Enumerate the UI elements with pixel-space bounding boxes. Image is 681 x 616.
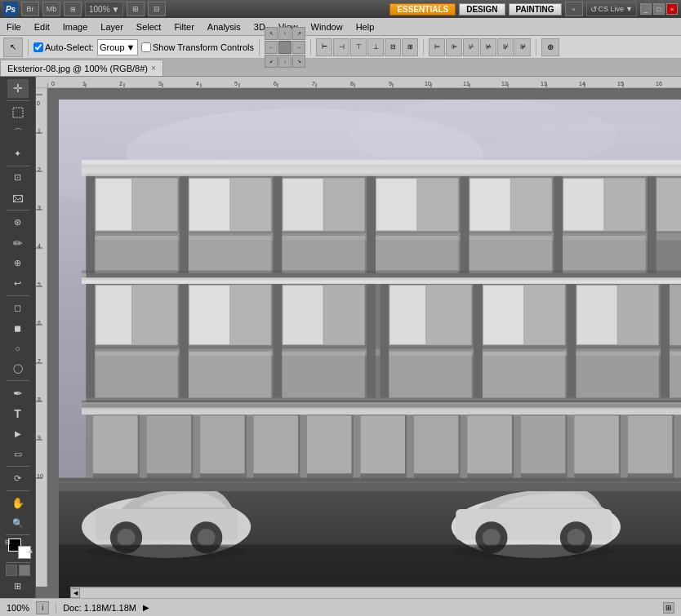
lasso-tool[interactable]: ⌒ [7, 124, 29, 143]
menu-analysis[interactable]: Analysis [201, 18, 247, 35]
clone-stamp-tool[interactable]: ⊕ [7, 254, 29, 273]
spot-heal-tool[interactable]: ⊛ [7, 213, 29, 232]
screen-mode-btn[interactable]: ⊞ [7, 577, 29, 596]
align-vcenter-btn[interactable]: ⊟ [385, 38, 401, 56]
dist-right-btn[interactable]: ⊬ [463, 38, 479, 56]
canvas-content[interactable]: ▲ ▼ ◀ ▶ [59, 100, 681, 598]
more-workspaces-button[interactable]: » [565, 2, 583, 16]
status-info-button[interactable]: i [36, 601, 49, 614]
ref-tl[interactable]: ↖ [265, 27, 278, 40]
minimize-button[interactable]: _ [640, 3, 652, 15]
dist-top-btn[interactable]: ⊭ [480, 38, 496, 56]
svg-rect-137 [367, 175, 376, 273]
bridge-button[interactable]: Br [21, 2, 39, 16]
svg-rect-96 [367, 282, 376, 398]
ref-ml[interactable]: ← [265, 41, 278, 54]
svg-rect-87 [628, 415, 673, 473]
view-options-button[interactable]: ⊞ [127, 2, 145, 16]
dist-bottom-btn[interactable]: ⊯ [514, 38, 531, 56]
3d-tool[interactable]: ⟳ [7, 469, 29, 488]
menu-window[interactable]: Window [305, 18, 349, 35]
gradient-tool[interactable]: ◼ [7, 319, 29, 338]
menu-help[interactable]: Help [349, 18, 381, 35]
align-right-btn[interactable]: ⊤ [350, 38, 367, 56]
ref-bc[interactable]: ↓ [278, 55, 292, 68]
maximize-button[interactable]: □ [653, 3, 665, 15]
crop-tool[interactable]: ⊡ [7, 168, 29, 187]
svg-rect-111 [380, 282, 389, 398]
autoselect-dropdown[interactable]: Group ▼ [97, 39, 138, 55]
doc-tab-close-button[interactable]: × [151, 64, 156, 73]
ref-tr[interactable]: ↗ [292, 27, 305, 40]
default-colors-icon[interactable]: ⊟ [5, 538, 11, 546]
svg-rect-69 [354, 411, 361, 482]
dist-hcenter-btn[interactable]: ⊫ [446, 38, 462, 56]
menu-image[interactable]: Image [56, 18, 95, 35]
ref-bl[interactable]: ↙ [265, 55, 278, 68]
status-resize-handle[interactable]: ⊞ [663, 602, 674, 614]
scroll-track-h[interactable] [80, 588, 681, 598]
brush-tool[interactable]: ✏ [7, 233, 29, 252]
show-transform-checkbox[interactable] [141, 42, 151, 52]
toolbar-sep-5 [6, 380, 30, 381]
ruler-top-content: 0 1 2 3 4 5 6 7 [47, 77, 670, 88]
move-tool[interactable]: ✛ [7, 79, 29, 98]
marquee-tool[interactable] [7, 104, 29, 122]
close-button[interactable]: × [666, 3, 678, 15]
menu-edit[interactable]: Edit [28, 18, 56, 35]
zoom-dropdown[interactable]: 100% ▼ [85, 2, 123, 16]
quick-mask-btn[interactable] [19, 565, 30, 576]
svg-rect-108 [282, 352, 364, 398]
history-brush-tool[interactable]: ↩ [7, 274, 29, 293]
menu-filter[interactable]: Filter [167, 18, 200, 35]
align-hcenter-btn[interactable]: ⊣ [333, 38, 349, 56]
align-bottom-btn[interactable]: ⊞ [402, 38, 418, 56]
horizontal-scrollbar[interactable]: ◀ ▶ [70, 587, 681, 598]
auto-align-btn[interactable]: ⊕ [541, 38, 559, 56]
text-tool[interactable]: T [7, 404, 29, 423]
blur-tool[interactable]: ○ [7, 339, 29, 358]
document-size: Doc: 1.18M/1.18M [63, 603, 136, 613]
design-button[interactable]: DESIGN [459, 3, 505, 16]
menu-layer[interactable]: Layer [94, 18, 130, 35]
hand-tool[interactable]: ✋ [7, 494, 29, 512]
ref-mr[interactable]: → [292, 41, 305, 54]
cslive-button[interactable]: ↺ CS Live ▼ [586, 2, 637, 16]
dodge-tool[interactable]: ◯ [7, 359, 29, 378]
svg-rect-104 [283, 286, 323, 344]
essentials-button[interactable]: ESSENTIALS [389, 3, 456, 16]
svg-rect-113 [568, 282, 576, 398]
dist-left-btn[interactable]: ⊨ [429, 38, 445, 56]
eyedropper-tool[interactable]: 🖂 [7, 188, 29, 207]
minibrowser-button[interactable]: Mb [42, 2, 60, 16]
workspace-icon-button[interactable]: ⊞ [64, 2, 82, 16]
svg-rect-86 [574, 415, 619, 473]
align-left-btn[interactable]: ⊢ [316, 38, 332, 56]
swap-colors-icon[interactable]: ⇄ [28, 549, 33, 556]
magic-wand-tool[interactable]: ✦ [7, 144, 29, 163]
shape-tool[interactable]: ▭ [7, 445, 29, 463]
document-tab[interactable]: Eksterior-08.jpg @ 100% (RGB/8#) × [0, 60, 163, 76]
status-arrow-button[interactable]: ▶ [143, 603, 149, 612]
menu-select[interactable]: Select [130, 18, 168, 35]
eraser-tool[interactable]: ◻ [7, 299, 29, 317]
align-buttons: ⊢ ⊣ ⊤ ⊥ ⊟ ⊞ [316, 38, 418, 56]
scroll-left-button[interactable]: ◀ [70, 588, 80, 598]
ref-mc[interactable]: · [278, 41, 292, 54]
arrange-button[interactable]: ⊟ [148, 2, 166, 16]
pen-tool[interactable]: ✒ [7, 383, 29, 402]
ref-tc[interactable]: ↑ [278, 27, 292, 40]
zoom-tool[interactable]: 🔍 [7, 514, 29, 533]
ref-br[interactable]: ↘ [292, 55, 305, 68]
painting-button[interactable]: PAINTING [509, 3, 562, 16]
ruler-left-svg: 0 1 2 3 4 5 6 7 [36, 88, 47, 587]
dist-vcenter-btn[interactable]: ⊮ [497, 38, 514, 56]
menu-file[interactable]: File [0, 18, 28, 35]
options-separator-2 [259, 39, 260, 55]
autoselect-checkbox[interactable] [33, 42, 43, 52]
svg-rect-82 [360, 415, 405, 473]
align-top-btn[interactable]: ⊥ [367, 38, 384, 56]
svg-rect-123 [524, 286, 564, 344]
standard-mode-btn[interactable] [6, 565, 17, 576]
path-select-tool[interactable]: ▶ [7, 424, 29, 443]
